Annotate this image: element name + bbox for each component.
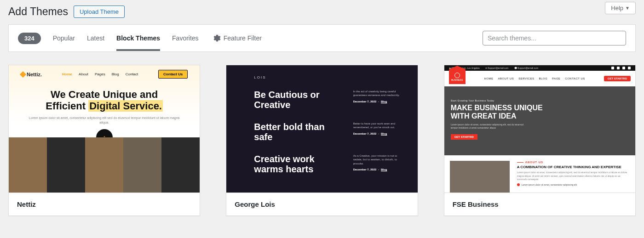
preview-row: Better bold than safe Better to have you… [254,122,403,142]
preview-cta: Contact Us [158,70,188,79]
filter-bar: 324 Popular Latest Block Themes Favorite… [8,24,636,52]
page-header: Add Themes Upload Theme [0,0,644,24]
feature-filter-toggle[interactable]: Feature Filter [213,34,262,42]
theme-card-fse-business[interactable]: ◉ 455 Martinson, Los Angeles✉ Support@em… [444,65,636,216]
help-label: Help [611,5,623,11]
theme-card-george-lois[interactable]: LOIS Be Cautious or Creative In the act … [226,65,418,216]
filter-popular[interactable]: Popular [53,25,75,51]
theme-card-nettiz[interactable]: Nettiz. HomeAboutPagesBlogContact Contac… [8,65,200,216]
theme-name: FSE Business [444,193,635,215]
preview-row: Creative work warms hearts As a Creative… [254,154,403,174]
theme-screenshot: LOIS Be Cautious or Creative In the act … [226,65,417,193]
upload-theme-button[interactable]: Upload Theme [74,6,125,18]
preview-hero: Start Growing Your Business Today MAKE B… [444,86,635,155]
preview-menu: HomeAboutPagesBlogContact [62,72,138,76]
bullet-icon [517,183,520,186]
theme-screenshot: Nettiz. HomeAboutPagesBlogContact Contac… [9,65,200,193]
preview-image-strip [9,137,200,193]
preview-about-image [450,161,510,193]
theme-name: George Lois [226,193,417,215]
theme-name: Nettiz [9,193,200,215]
preview-cta: GET STARTRD [604,76,631,81]
feature-filter-label: Feature Filter [224,34,262,42]
theme-screenshot: ◉ 455 Martinson, Los Angeles✉ Support@em… [444,65,635,193]
preview-rows: Be Cautious or Creative In the act of cr… [254,90,403,174]
filter-favorites[interactable]: Favorites [172,25,199,51]
help-dropdown[interactable]: Help ▼ [605,2,636,14]
preview-nav: Nettiz. HomeAboutPagesBlogContact Contac… [9,65,200,83]
preview-topbar: ◉ 455 Martinson, Los Angeles✉ Support@em… [444,65,635,71]
preview-nav: BUSINESS HOMEABOUT USSERVICESBLOGPAGECON… [444,71,635,86]
filter-block-themes[interactable]: Block Themes [116,25,160,51]
preview-logo: LOIS [254,75,403,79]
page-title: Add Themes [8,6,68,18]
chevron-down-icon: ▼ [625,6,630,11]
theme-grid: Nettiz. HomeAboutPagesBlogContact Contac… [0,52,644,224]
preview-logo: Nettiz. [21,72,42,77]
theme-search-input[interactable] [483,31,626,45]
preview-row: Be Cautious or Creative In the act of cr… [254,90,403,110]
theme-count-pill: 324 [18,33,41,44]
gear-icon [213,34,221,42]
filter-latest[interactable]: Latest [87,25,104,51]
preview-logo: BUSINESS [449,69,466,84]
filter-links: 324 Popular Latest Block Themes Favorite… [18,25,483,51]
preview-about: ABOUT US A COMBINATION OF CREATIVE THINK… [444,155,635,193]
